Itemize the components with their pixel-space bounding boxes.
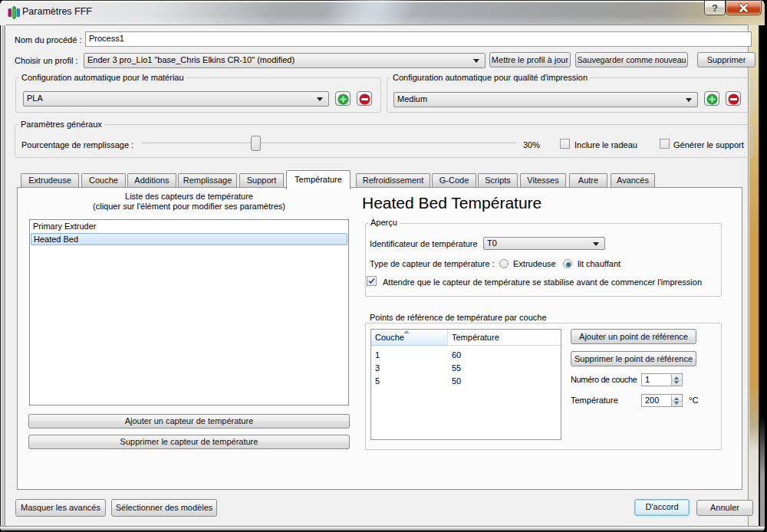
svg-text:?: ? [712, 2, 718, 14]
